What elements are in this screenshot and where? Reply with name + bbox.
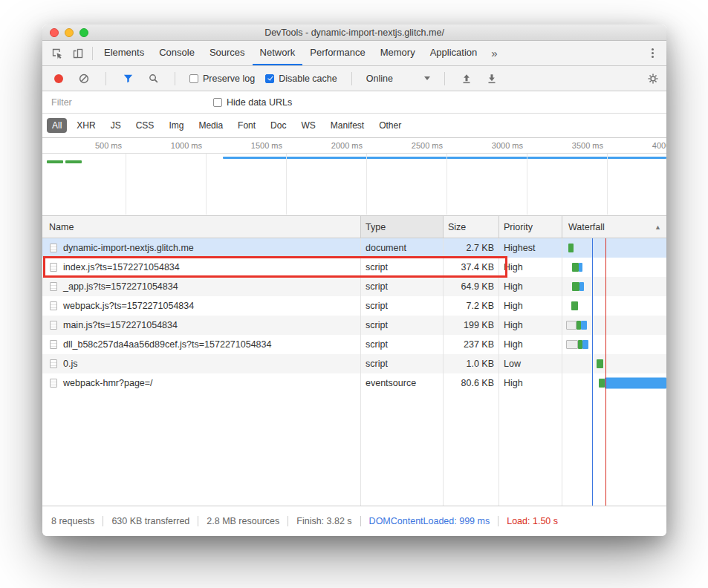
request-name: webpack-hmr?page=/ bbox=[63, 378, 153, 388]
file-icon bbox=[50, 359, 57, 368]
requests-count: 8 requests bbox=[51, 516, 94, 526]
tab-memory[interactable]: Memory bbox=[373, 41, 423, 65]
waterfall-bar bbox=[566, 340, 578, 349]
waterfall-cell bbox=[562, 335, 666, 354]
name-cell: main.js?ts=1572271054834 bbox=[42, 316, 361, 335]
import-har-icon[interactable] bbox=[459, 69, 474, 88]
clear-button[interactable] bbox=[77, 69, 91, 88]
tab-performance[interactable]: Performance bbox=[302, 41, 372, 65]
filter-pill-js[interactable]: JS bbox=[105, 118, 126, 133]
search-icon[interactable] bbox=[146, 69, 160, 88]
status-divider bbox=[198, 516, 198, 526]
time-tick-label: 3500 ms bbox=[572, 141, 607, 150]
network-toolbar: Preserve log Disable cache Online bbox=[42, 66, 666, 91]
column-header-priority[interactable]: Priority bbox=[499, 216, 562, 238]
filter-pill-font[interactable]: Font bbox=[233, 118, 261, 133]
name-cell: dynamic-import-nextjs.glitch.me bbox=[42, 238, 361, 258]
table-header: Name Type Size Priority Waterfall ▲ bbox=[42, 216, 666, 238]
time-tick-label: 500 ms bbox=[95, 141, 126, 150]
column-header-size[interactable]: Size bbox=[444, 216, 499, 238]
timeline-gridline bbox=[446, 154, 447, 215]
request-type: script bbox=[361, 296, 444, 316]
time-tick-label: 2000 ms bbox=[331, 141, 366, 150]
timeline-gridline bbox=[607, 154, 608, 215]
record-button[interactable] bbox=[51, 69, 66, 88]
disable-cache-checkbox[interactable] bbox=[265, 74, 274, 83]
timeline-gridline bbox=[527, 154, 527, 215]
export-har-icon[interactable] bbox=[484, 69, 499, 88]
filter-pill-other[interactable]: Other bbox=[374, 118, 406, 133]
waterfall-bar bbox=[566, 321, 577, 330]
column-guide bbox=[443, 238, 444, 506]
hide-data-urls-toggle[interactable]: Hide data URLs bbox=[213, 97, 292, 108]
filter-pill-manifest[interactable]: Manifest bbox=[325, 118, 369, 133]
request-name: dll_b58c257da4aa56d89cef.js?ts=157227105… bbox=[63, 339, 271, 350]
disable-cache-toggle[interactable]: Disable cache bbox=[265, 74, 337, 84]
waterfall-bar bbox=[572, 282, 579, 291]
file-icon bbox=[50, 379, 57, 388]
device-toolbar-icon[interactable] bbox=[68, 41, 88, 65]
kebab-menu-icon[interactable] bbox=[643, 41, 662, 65]
inspect-element-icon[interactable] bbox=[47, 41, 68, 65]
request-priority: Highest bbox=[499, 238, 562, 258]
filter-pill-media[interactable]: Media bbox=[193, 118, 228, 133]
table-row[interactable]: dll_b58c257da4aa56d89cef.js?ts=157227105… bbox=[42, 335, 666, 354]
table-row[interactable]: index.js?ts=1572271054834script37.4 KBHi… bbox=[42, 258, 666, 277]
tab-sources[interactable]: Sources bbox=[202, 41, 253, 65]
status-divider bbox=[498, 516, 498, 526]
file-icon bbox=[50, 301, 57, 310]
waterfall-bar bbox=[568, 244, 574, 252]
throttling-value: Online bbox=[366, 74, 393, 84]
table-row[interactable]: webpack-hmr?page=/eventsource80.6 KBHigh bbox=[42, 373, 666, 393]
name-cell: dll_b58c257da4aa56d89cef.js?ts=157227105… bbox=[42, 335, 361, 354]
time-tick-label: 1500 ms bbox=[251, 141, 286, 150]
timeline-overview[interactable]: 500 ms1000 ms1500 ms2000 ms2500 ms3000 m… bbox=[42, 138, 666, 216]
preserve-log-label: Preserve log bbox=[203, 74, 255, 84]
request-size: 64.9 KB bbox=[444, 277, 499, 296]
hide-data-urls-checkbox[interactable] bbox=[213, 98, 222, 107]
table-row[interactable]: webpack.js?ts=1572271054834script7.2 KBH… bbox=[42, 296, 666, 316]
table-row[interactable]: 0.jsscript1.0 KBLow bbox=[42, 354, 666, 373]
column-header-type[interactable]: Type bbox=[361, 216, 444, 238]
filter-input[interactable] bbox=[50, 97, 201, 108]
waterfall-bar bbox=[599, 379, 605, 388]
request-type: script bbox=[361, 354, 444, 373]
table-row[interactable]: dynamic-import-nextjs.glitch.medocument2… bbox=[42, 238, 666, 258]
request-priority: High bbox=[499, 277, 562, 296]
tab-network[interactable]: Network bbox=[253, 41, 303, 65]
waterfall-cell bbox=[562, 258, 666, 277]
tab-application[interactable]: Application bbox=[423, 41, 485, 65]
waterfall-cell bbox=[562, 316, 666, 335]
record-icon bbox=[54, 74, 63, 83]
request-priority: High bbox=[499, 296, 562, 316]
request-type: script bbox=[361, 277, 444, 296]
column-header-waterfall[interactable]: Waterfall ▲ bbox=[562, 216, 666, 238]
request-name: 0.js bbox=[63, 359, 77, 369]
more-panels-button[interactable]: » bbox=[484, 41, 504, 65]
tab-elements[interactable]: Elements bbox=[97, 41, 152, 65]
chevron-down-icon bbox=[424, 76, 430, 80]
filter-pill-all[interactable]: All bbox=[47, 118, 67, 133]
dcl-marker bbox=[592, 238, 593, 506]
window-titlebar[interactable]: DevTools - dynamic-import-nextjs.glitch.… bbox=[42, 24, 666, 41]
request-type: eventsource bbox=[361, 373, 444, 393]
tab-console[interactable]: Console bbox=[152, 41, 202, 65]
overview-bar bbox=[65, 160, 82, 163]
filter-pill-doc[interactable]: Doc bbox=[265, 118, 291, 133]
settings-gear-icon[interactable] bbox=[646, 69, 660, 88]
timeline-graph bbox=[42, 154, 666, 215]
preserve-log-toggle[interactable]: Preserve log bbox=[189, 74, 255, 84]
filter-pill-xhr[interactable]: XHR bbox=[71, 118, 100, 133]
request-name: _app.js?ts=1572271054834 bbox=[63, 281, 178, 292]
preserve-log-checkbox[interactable] bbox=[189, 74, 198, 83]
filter-pill-ws[interactable]: WS bbox=[296, 118, 320, 133]
table-row[interactable]: main.js?ts=1572271054834script199 KBHigh bbox=[42, 316, 666, 335]
filter-pill-css[interactable]: CSS bbox=[131, 118, 160, 133]
filter-funnel-icon[interactable] bbox=[120, 69, 135, 88]
table-row[interactable]: _app.js?ts=1572271054834script64.9 KBHig… bbox=[42, 277, 666, 296]
throttling-select[interactable]: Online bbox=[366, 74, 430, 84]
waterfall-cell bbox=[562, 296, 666, 316]
column-header-name[interactable]: Name bbox=[42, 216, 361, 238]
file-icon bbox=[50, 340, 57, 349]
filter-pill-img[interactable]: Img bbox=[163, 118, 189, 133]
